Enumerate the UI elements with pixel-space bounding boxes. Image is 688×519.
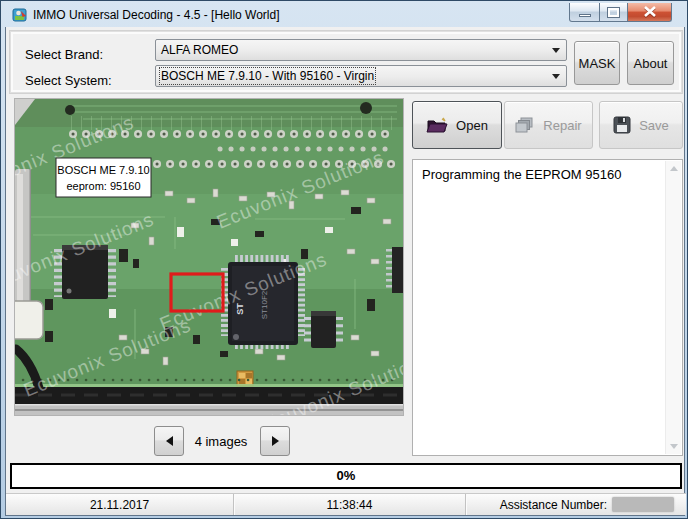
close-button[interactable] — [627, 3, 672, 22]
window-frame: IMMO Universal Decoding - 4.5 - [Hello W… — [0, 0, 688, 519]
client-area: Select Brand: Select System: ALFA ROMEO … — [5, 27, 685, 516]
pcb-image: ST ST10F2 — [14, 98, 404, 416]
prev-image-button[interactable] — [154, 426, 184, 456]
repair-button-label: Repair — [543, 118, 581, 133]
log-scrollbar[interactable] — [665, 161, 681, 454]
arrow-right-icon — [272, 436, 279, 446]
status-time: 11:38:44 — [234, 494, 466, 515]
next-image-button[interactable] — [260, 426, 290, 456]
assistance-number-redacted — [612, 497, 674, 512]
app-icon — [12, 7, 28, 23]
log-text: Programming the EEPROM 95160 — [422, 167, 658, 182]
chip-label-line2: eeprom: 95160 — [67, 180, 141, 192]
caption-buttons — [570, 3, 672, 22]
titlebar: IMMO Universal Decoding - 4.5 - [Hello W… — [2, 2, 686, 27]
image-count-label: 4 images — [186, 434, 256, 449]
system-combobox-value: BOSCH ME 7.9.10 - With 95160 - Virgin — [161, 69, 374, 83]
assistance-number-label: Assistance Number: — [500, 498, 607, 512]
status-assistance: Assistance Number: — [466, 494, 686, 515]
brand-combobox[interactable]: ALFA ROMEO — [155, 39, 567, 61]
open-button[interactable]: Open — [412, 101, 502, 149]
minimize-icon — [579, 14, 591, 17]
progress-bar: 0% — [10, 463, 682, 489]
arrow-left-icon — [166, 436, 173, 446]
repair-icon — [515, 116, 535, 134]
close-icon — [643, 6, 657, 18]
chip-label-line1: BOSCH ME 7.9.10 — [57, 164, 149, 176]
repair-button[interactable]: Repair — [504, 101, 593, 149]
open-button-label: Open — [456, 118, 488, 133]
maximize-icon — [608, 8, 619, 17]
system-label: Select System: — [25, 73, 112, 88]
brand-label: Select Brand: — [25, 47, 103, 62]
minimize-button[interactable] — [569, 3, 600, 22]
chevron-down-icon — [552, 48, 560, 53]
save-button-label: Save — [639, 118, 669, 133]
about-button[interactable]: About — [627, 41, 674, 85]
scroll-up-icon — [670, 166, 678, 171]
save-floppy-icon — [613, 116, 631, 134]
save-button[interactable]: Save — [599, 101, 683, 149]
maximize-button[interactable] — [599, 3, 628, 22]
chevron-down-icon — [552, 74, 560, 79]
brand-combobox-value: ALFA ROMEO — [161, 43, 238, 57]
status-bar: 21.11.2017 11:38:44 Assistance Number: — [6, 493, 686, 515]
system-combobox[interactable]: BOSCH ME 7.9.10 - With 95160 - Virgin — [155, 65, 567, 87]
log-output[interactable]: Programming the EEPROM 95160 — [412, 159, 683, 456]
mask-button[interactable]: MASK — [574, 41, 620, 85]
scroll-down-icon — [670, 444, 678, 449]
window-title: IMMO Universal Decoding - 4.5 - [Hello W… — [33, 8, 280, 22]
open-folder-icon — [426, 117, 448, 134]
status-date: 21.11.2017 — [6, 494, 234, 515]
